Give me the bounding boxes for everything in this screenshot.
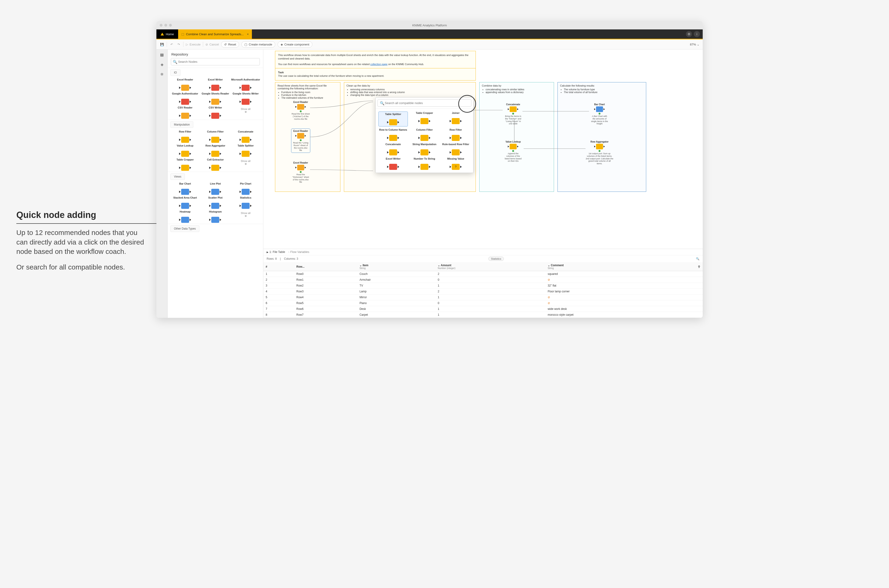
section-other[interactable]: Other Data Types bbox=[170, 225, 200, 232]
repo-node[interactable]: Google Sheets Reader bbox=[201, 92, 230, 105]
search-input[interactable] bbox=[171, 58, 260, 65]
rows-count: Rows: 8 bbox=[267, 257, 277, 260]
repo-node[interactable]: Histogram bbox=[201, 210, 230, 223]
quickadd-node[interactable]: Table Splitter bbox=[378, 111, 408, 126]
search-icon: 🔍 bbox=[173, 60, 177, 64]
repo-node[interactable]: Google Authenticator bbox=[170, 92, 200, 105]
settings-button[interactable]: ⚙ bbox=[686, 31, 692, 37]
workflow-canvas[interactable]: This workflow shows how to concatenate d… bbox=[263, 50, 703, 249]
quickadd-node[interactable]: Column Filter bbox=[410, 128, 439, 141]
search-icon: 🔍 bbox=[380, 101, 384, 105]
node-value-lookup[interactable]: Value Lookup Append the volumes of the l… bbox=[504, 141, 523, 162]
col-header[interactable]: ⌄ CommentString bbox=[545, 262, 696, 271]
home-tab[interactable]: Home bbox=[156, 29, 178, 39]
table-row[interactable]: 6Row5Piano0⊘ bbox=[263, 300, 703, 306]
rail-hub-icon[interactable]: ◈ bbox=[159, 62, 165, 67]
sidebar-search[interactable]: 🔍 bbox=[171, 58, 260, 65]
table-row[interactable]: 7Row6Desk1wide work desk bbox=[263, 306, 703, 312]
quickadd-node[interactable]: Excel Writer bbox=[378, 157, 408, 170]
show-all[interactable]: Show all⊕ bbox=[231, 210, 260, 223]
table-row[interactable]: 1Row0Couch2squared bbox=[263, 271, 703, 277]
metanode-icon: ▢ bbox=[245, 43, 247, 46]
quickadd-node[interactable]: Table Cropper bbox=[410, 111, 439, 126]
undo-icon[interactable]: ↶ bbox=[169, 42, 174, 46]
col-header[interactable]: # bbox=[263, 262, 294, 271]
repo-node[interactable]: Bar Chart bbox=[170, 182, 200, 195]
repo-node[interactable]: Row Filter bbox=[170, 130, 200, 143]
workflow-tab[interactable]: ⬚ Combine Clean and Summarize Spreads...… bbox=[178, 29, 252, 39]
col-header[interactable]: Row... bbox=[294, 262, 357, 271]
repo-node[interactable]: Cell Extractor bbox=[201, 158, 230, 171]
show-all[interactable]: Show all⊕ bbox=[231, 106, 260, 119]
close-tab-icon[interactable]: × bbox=[247, 32, 249, 36]
quickadd-node[interactable]: String Manipulation bbox=[410, 143, 439, 155]
info-button[interactable]: i bbox=[694, 31, 700, 37]
left-rail: ▤ ◈ ✲ bbox=[156, 50, 168, 318]
redo-icon[interactable]: ↷ bbox=[176, 42, 181, 46]
repo-node[interactable]: Line Plot bbox=[201, 182, 230, 195]
quickadd-node[interactable]: Rule-based Row Filter bbox=[441, 143, 470, 155]
repo-node[interactable]: Pie Chart bbox=[231, 182, 260, 195]
quickadd-node[interactable]: Number To String bbox=[410, 157, 439, 170]
reset-button[interactable]: ↺Reset bbox=[221, 41, 239, 48]
table-row[interactable]: 8Row7Carpet1morocco style carpet bbox=[263, 312, 703, 318]
quickadd-node[interactable]: Row Filter bbox=[441, 128, 470, 141]
repo-node[interactable]: CSV Writer bbox=[201, 106, 230, 119]
node-bar-chart[interactable]: Bar Chart A Bar Chart with the amounts o… bbox=[590, 103, 609, 125]
quick-add-search-input[interactable] bbox=[377, 99, 472, 106]
node-concatenate[interactable]: Concatenate Bring the items in the "Kitc… bbox=[504, 103, 523, 125]
repo-node[interactable]: Statistics bbox=[231, 196, 260, 209]
table-tab-file[interactable]: ▶1: File Table bbox=[267, 250, 285, 254]
table-row[interactable]: 5Row4Mirror1⊘ bbox=[263, 294, 703, 300]
zoom-level[interactable]: 87% ⌄ bbox=[690, 43, 700, 46]
quickadd-node[interactable]: Concatenate bbox=[378, 143, 408, 155]
node-row-aggregator[interactable]: Row Aggregator 1st output port: Sum up v… bbox=[586, 141, 614, 165]
table-row[interactable]: 4Row3Lamp2Floor lamp corner bbox=[263, 289, 703, 294]
section-io[interactable]: IO bbox=[170, 69, 180, 76]
repo-node[interactable]: Excel Reader bbox=[170, 78, 200, 91]
quickadd-node[interactable]: Missing Value? bbox=[441, 157, 470, 170]
rail-explorer-icon[interactable]: ▤ bbox=[159, 52, 165, 57]
node-excel-reader-2[interactable]: Excel Reader Read the "Living Room" shee… bbox=[291, 129, 310, 153]
repo-node[interactable]: Table Splitter bbox=[231, 144, 260, 157]
section-manipulation[interactable]: Manipulation bbox=[170, 122, 193, 128]
show-all[interactable]: Show all⊕ bbox=[231, 158, 260, 171]
repo-node[interactable]: Value Lookup bbox=[170, 144, 200, 157]
repo-node[interactable]: Microsoft Authenticator bbox=[231, 78, 260, 91]
repo-node[interactable]: Stacked Area Chart bbox=[170, 196, 200, 209]
table-tab-flowvars[interactable]: ◦ Flow Variables bbox=[288, 250, 309, 254]
statistics-pill[interactable]: Statistics bbox=[488, 256, 504, 261]
table-search-icon[interactable]: 🔍 bbox=[696, 257, 700, 260]
cancel-button[interactable]: ⊘Cancel bbox=[206, 43, 219, 46]
create-component-button[interactable]: ◈Create component bbox=[278, 41, 312, 48]
repo-node[interactable]: CSV Reader bbox=[170, 106, 200, 119]
titlebar: KNIME Analytics Platform bbox=[156, 21, 703, 29]
node-excel-reader-1[interactable]: Excel Reader Read the first sheet ("Kitc… bbox=[291, 101, 310, 120]
save-icon[interactable]: 💾 bbox=[160, 42, 164, 46]
tab-bar: Home ⬚ Combine Clean and Summarize Sprea… bbox=[156, 29, 703, 39]
repo-node[interactable]: Excel Writer bbox=[201, 78, 230, 91]
repo-node[interactable]: Concatenate bbox=[231, 130, 260, 143]
rail-extensions-icon[interactable]: ✲ bbox=[159, 71, 165, 77]
filter-icon[interactable]: ⚲ bbox=[696, 262, 703, 271]
collection-link[interactable]: collection page bbox=[370, 63, 387, 66]
quickadd-node[interactable]: Row to Column Names bbox=[378, 128, 408, 141]
repo-node[interactable]: Table Cropper bbox=[170, 158, 200, 171]
col-header[interactable]: ⌄ AmountNumber (integer) bbox=[435, 262, 545, 271]
repo-node[interactable]: Google Sheets Writer bbox=[231, 92, 260, 105]
canvas-area: This workflow shows how to concatenate d… bbox=[263, 50, 703, 318]
create-metanode-button[interactable]: ▢Create metanode bbox=[242, 41, 275, 48]
col-header[interactable]: ⌄ ItemString bbox=[357, 262, 435, 271]
repo-node[interactable]: Column Filter bbox=[201, 130, 230, 143]
node-excel-reader-3[interactable]: Excel Reader Read the "Dictionary" sheet… bbox=[291, 162, 310, 183]
stop-icon: ⊘ bbox=[206, 43, 208, 46]
window-controls[interactable] bbox=[160, 24, 172, 27]
table-row[interactable]: 2Row1Armchair0⊘ bbox=[263, 277, 703, 283]
repo-node[interactable]: Scatter Plot bbox=[201, 196, 230, 209]
table-row[interactable]: 3Row2TV132" flat bbox=[263, 283, 703, 289]
execute-button[interactable]: ▷Execute bbox=[186, 43, 201, 46]
quickadd-node[interactable]: Joiner bbox=[441, 111, 470, 126]
section-views[interactable]: Views bbox=[170, 173, 185, 180]
repo-node[interactable]: Row Aggregator bbox=[201, 144, 230, 157]
repo-node[interactable]: Heatmap bbox=[170, 210, 200, 223]
